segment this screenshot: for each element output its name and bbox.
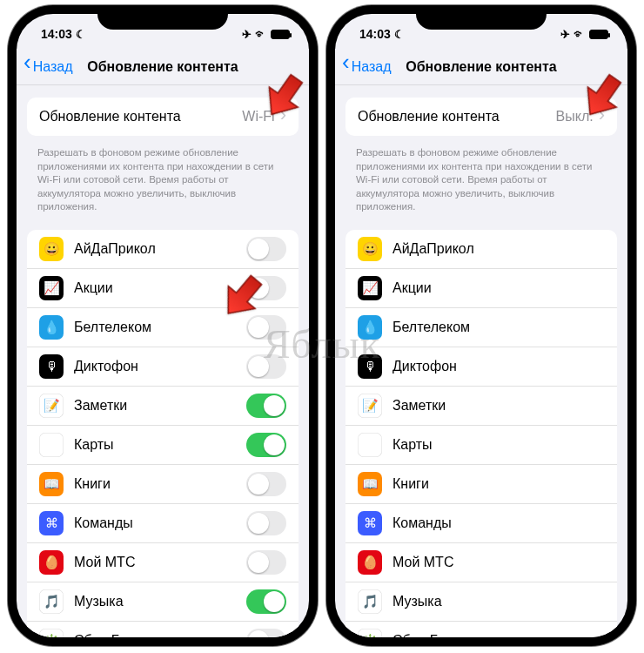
app-row: 😀АйДаПрикол (345, 230, 617, 269)
app-icon: 🥚 (358, 550, 382, 575)
background-refresh-row[interactable]: Обновление контента Выкл. (345, 98, 617, 136)
app-row[interactable]: ⌘Команды (27, 504, 299, 543)
app-row[interactable]: 🎙Диктофон (27, 347, 299, 387)
status-time: 14:03 (41, 27, 72, 41)
wifi-icon (255, 27, 267, 41)
app-toggle[interactable] (246, 237, 286, 261)
app-toggle[interactable] (246, 511, 286, 535)
app-row[interactable]: ✳️Сбер Банк (27, 622, 299, 637)
app-icon: 💧 (39, 315, 64, 340)
app-label: Музыка (74, 594, 124, 609)
app-row: ✳️Сбер Банк (345, 622, 617, 637)
app-label: Сбер Банк (392, 633, 460, 637)
app-label: Заметки (392, 398, 446, 414)
setting-group: Обновление контента Выкл. (345, 98, 617, 136)
app-icon: 🎙 (39, 354, 64, 379)
app-icon: 😀 (39, 237, 64, 261)
app-row[interactable]: 😀АйДаПрикол (27, 230, 299, 269)
app-icon: 📝 (358, 394, 382, 418)
app-label: Белтелеком (74, 320, 151, 335)
app-label: Книги (74, 476, 111, 492)
app-icon: 🎙 (358, 354, 382, 379)
setting-group: Обновление контента Wi-Fi (27, 98, 299, 136)
app-label: Акции (392, 280, 432, 296)
app-icon: ⌘ (39, 511, 64, 535)
app-list: 😀АйДаПрикол📈Акции💧Белтелеком🎙Диктофон📝За… (27, 230, 299, 637)
phone-notch (97, 5, 228, 30)
app-label: Диктофон (74, 359, 138, 374)
app-icon: ⌘ (358, 511, 382, 535)
app-row[interactable]: 📖Книги (27, 465, 299, 504)
chevron-right-icon (280, 109, 286, 125)
app-label: Карты (392, 437, 433, 453)
app-label: Заметки (74, 398, 127, 414)
app-icon: 🎵 (39, 589, 64, 614)
app-label: Акции (74, 280, 113, 296)
app-toggle[interactable] (246, 315, 286, 340)
app-row[interactable]: 📈Акции (27, 269, 299, 308)
app-icon: 🥚 (39, 550, 64, 575)
phone-screen: 14:03 Назад Обновление контента Обновлен… (335, 14, 627, 637)
background-refresh-row[interactable]: Обновление контента Wi-Fi (27, 98, 299, 136)
phone-frame-right: 14:03 Назад Обновление контента Обновлен… (326, 5, 636, 646)
app-toggle[interactable] (246, 472, 286, 496)
app-row: ⌘Команды (345, 504, 617, 543)
back-button[interactable]: Назад (335, 59, 392, 75)
setting-value: Wi-Fi (242, 109, 274, 125)
app-row[interactable]: 🎵Музыка (27, 582, 299, 622)
app-row[interactable]: 🥚Мой МТС (27, 543, 299, 582)
app-toggle[interactable] (246, 629, 286, 637)
app-row: 🗺Карты (345, 426, 617, 465)
app-row: 💧Белтелеком (345, 308, 617, 347)
app-toggle[interactable] (246, 550, 286, 575)
app-label: Мой МТС (392, 555, 453, 570)
status-time: 14:03 (359, 27, 391, 41)
app-icon: 🗺 (358, 433, 382, 457)
chevron-left-icon (23, 59, 31, 75)
setting-label: Обновление контента (39, 109, 181, 125)
app-toggle[interactable] (246, 589, 286, 614)
dnd-moon-icon (394, 27, 405, 41)
app-icon: 🎵 (358, 589, 382, 614)
app-row[interactable]: 📝Заметки (27, 387, 299, 426)
dnd-moon-icon (76, 27, 86, 41)
back-label: Назад (33, 59, 73, 75)
phone-frame-left: 14:03 Назад Обновление контента Обновлен… (8, 5, 318, 646)
app-toggle[interactable] (246, 354, 286, 379)
phone-notch (416, 5, 547, 30)
app-icon: 📈 (39, 276, 64, 300)
app-label: АйДаПрикол (392, 241, 474, 257)
app-toggle[interactable] (246, 433, 286, 457)
back-button[interactable]: Назад (17, 59, 73, 75)
back-label: Назад (352, 59, 392, 75)
airplane-icon (560, 27, 570, 41)
phone-screen: 14:03 Назад Обновление контента Обновлен… (17, 14, 309, 637)
app-toggle[interactable] (246, 276, 286, 300)
app-row: 📈Акции (345, 269, 617, 308)
app-row: 📝Заметки (345, 387, 617, 426)
app-row[interactable]: 💧Белтелеком (27, 308, 299, 347)
airplane-icon (242, 27, 252, 41)
chevron-left-icon (342, 59, 350, 75)
app-label: Команды (392, 515, 452, 531)
app-icon: 📖 (358, 472, 382, 496)
app-list: 😀АйДаПрикол📈Акции💧Белтелеком🎙Диктофон📝За… (345, 230, 617, 637)
setting-footer: Разрешать в фоновом режиме обновление пр… (335, 141, 627, 218)
app-label: АйДаПрикол (74, 241, 156, 257)
app-icon: ✳️ (39, 629, 64, 637)
app-label: Книги (392, 476, 429, 492)
setting-label: Обновление контента (358, 109, 500, 125)
app-icon: ✳️ (358, 629, 382, 637)
app-label: Мой МТС (74, 555, 135, 570)
app-row[interactable]: 🗺Карты (27, 426, 299, 465)
app-row: 🎙Диктофон (345, 347, 617, 387)
app-label: Белтелеком (392, 320, 470, 335)
app-label: Диктофон (392, 359, 457, 374)
app-label: Карты (74, 437, 114, 453)
app-row: 📖Книги (345, 465, 617, 504)
setting-footer: Разрешать в фоновом режиме обновление пр… (17, 141, 309, 218)
app-icon: 📝 (39, 394, 64, 418)
app-label: Команды (74, 515, 133, 531)
app-toggle[interactable] (246, 394, 286, 418)
nav-bar: Назад Обновление контента (17, 49, 309, 85)
